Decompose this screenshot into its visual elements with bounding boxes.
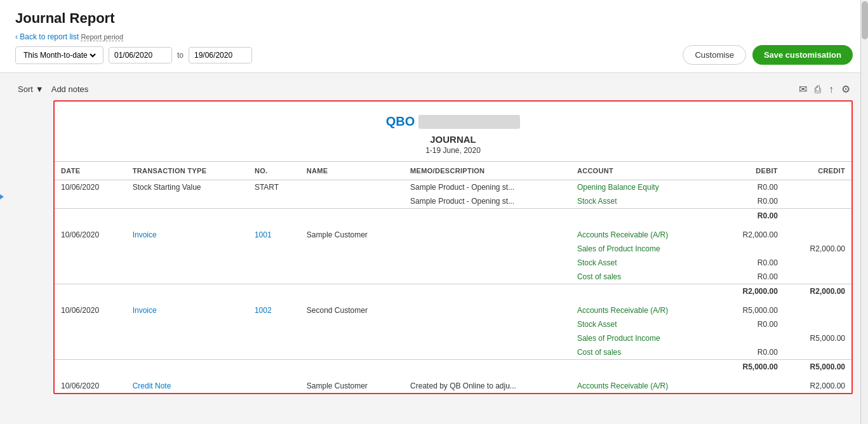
cell-transaction-type: Stock Starting Value (126, 180, 248, 195)
table-row: 10/06/2020 Invoice 1002 Second Customer … (55, 303, 851, 317)
journal-title: JOURNAL (55, 134, 851, 145)
cell-memo: Created by QB Online to adju... (404, 379, 571, 393)
back-link[interactable]: ‹ Back to report list (15, 32, 81, 41)
qbo-label: QBO (386, 114, 415, 129)
table-row: Sales of Product Income R5,000.00 (55, 331, 851, 345)
export-icon[interactable]: ↑ (829, 84, 834, 95)
cell-date (55, 345, 126, 360)
date-to-input[interactable] (189, 47, 252, 63)
add-notes-button[interactable]: Add notes (51, 84, 89, 94)
settings-icon[interactable]: ⚙ (841, 83, 850, 95)
cell-transaction-type (126, 317, 248, 331)
cell-name (300, 209, 404, 223)
scrollbar-thumb[interactable] (862, 1, 868, 39)
blue-arrow-indicator (0, 183, 4, 211)
table-row: 10/06/2020 Credit Note Sample Customer C… (55, 379, 851, 393)
cell-debit: R0.00 (717, 270, 784, 284)
cell-memo (404, 360, 571, 374)
email-icon[interactable]: ✉ (799, 83, 807, 95)
cell-transaction-type: Invoice (126, 228, 248, 242)
cell-debit: R0.00 (717, 180, 784, 195)
spacer-row (55, 374, 851, 379)
cell-credit: R5,000.00 (784, 331, 851, 345)
period-dropdown[interactable]: This Month-to-date This Month Last Month… (21, 50, 98, 60)
col-credit: CREDIT (784, 162, 851, 180)
cell-memo (404, 209, 571, 223)
cell-no (248, 379, 300, 393)
cell-transaction-type: Invoice (126, 303, 248, 317)
cell-no (248, 317, 300, 331)
cell-name (300, 242, 404, 256)
cell-memo (404, 317, 571, 331)
cell-account: Stock Asset (571, 317, 717, 331)
period-select-wrapper[interactable]: This Month-to-date This Month Last Month… (15, 46, 103, 64)
save-customisation-button[interactable]: Save customisation (752, 45, 853, 65)
cell-credit-total (784, 209, 851, 223)
cell-credit (784, 180, 851, 195)
table-row: Stock Asset R0.00 (55, 256, 851, 270)
cell-memo (404, 270, 571, 284)
cell-credit: R2,000.00 (784, 242, 851, 256)
cell-credit-total: R2,000.00 (784, 284, 851, 299)
cell-account: Cost of sales (571, 345, 717, 360)
cell-transaction-type: Credit Note (126, 379, 248, 393)
cell-credit (784, 228, 851, 242)
cell-transaction-type (126, 284, 248, 299)
cell-account: Accounts Receivable (A/R) (571, 303, 717, 317)
cell-no (248, 242, 300, 256)
cell-date (55, 331, 126, 345)
cell-date: 10/06/2020 (55, 379, 126, 393)
col-account: ACCOUNT (571, 162, 717, 180)
print-icon[interactable]: ⎙ (815, 84, 821, 95)
sort-label: Sort (18, 84, 33, 94)
cell-memo (404, 228, 571, 242)
journal-period: 1-19 June, 2020 (55, 146, 851, 155)
cell-debit (717, 331, 784, 345)
table-row-total: R5,000.00 R5,000.00 (55, 360, 851, 374)
col-name: NAME (300, 162, 404, 180)
cell-credit (784, 303, 851, 317)
cell-memo (404, 331, 571, 345)
cell-name: Sample Customer (300, 379, 404, 393)
cell-name (300, 345, 404, 360)
cell-account: Stock Asset (571, 256, 717, 270)
cell-memo (404, 284, 571, 299)
cell-account: Accounts Receivable (A/R) (571, 379, 717, 393)
cell-credit (784, 345, 851, 360)
table-row: Cost of sales R0.00 (55, 345, 851, 360)
cell-account: Sales of Product Income (571, 242, 717, 256)
cell-transaction-type (126, 270, 248, 284)
cell-credit (784, 270, 851, 284)
cell-debit-total: R2,000.00 (717, 284, 784, 299)
cell-date: 10/06/2020 (55, 180, 126, 195)
cell-credit (784, 256, 851, 270)
cell-memo (404, 345, 571, 360)
cell-transaction-type (126, 331, 248, 345)
cell-debit (717, 379, 784, 393)
cell-transaction-type (126, 256, 248, 270)
cell-debit: R0.00 (717, 194, 784, 209)
spacer-row (55, 223, 851, 228)
cell-no (248, 360, 300, 374)
col-transaction-type: TRANSACTION TYPE (126, 162, 248, 180)
sort-button[interactable]: Sort ▼ (18, 84, 44, 94)
report-toolbar: Sort ▼ Add notes ✉ ⎙ ↑ ⚙ (15, 83, 853, 95)
col-date: DATE (55, 162, 126, 180)
table-row: 10/06/2020 Invoice 1001 Sample Customer … (55, 228, 851, 242)
cell-date (55, 360, 126, 374)
cell-account: Stock Asset (571, 194, 717, 209)
report-container: QBO JOURNAL 1-19 June, 2020 DATE TRANSAC… (53, 100, 853, 394)
cell-memo (404, 256, 571, 270)
cell-debit (717, 242, 784, 256)
date-from-input[interactable] (109, 47, 172, 63)
table-row: Sales of Product Income R2,000.00 (55, 242, 851, 256)
customise-button[interactable]: Customise (683, 45, 745, 65)
cell-credit: R2,000.00 (784, 379, 851, 393)
cell-name (300, 331, 404, 345)
cell-no: 1002 (248, 303, 300, 317)
cell-no: 1001 (248, 228, 300, 242)
scrollbar[interactable] (860, 0, 868, 404)
cell-name: Sample Customer (300, 228, 404, 242)
cell-memo: Sample Product - Opening st... (404, 180, 571, 195)
cell-account: Cost of sales (571, 270, 717, 284)
